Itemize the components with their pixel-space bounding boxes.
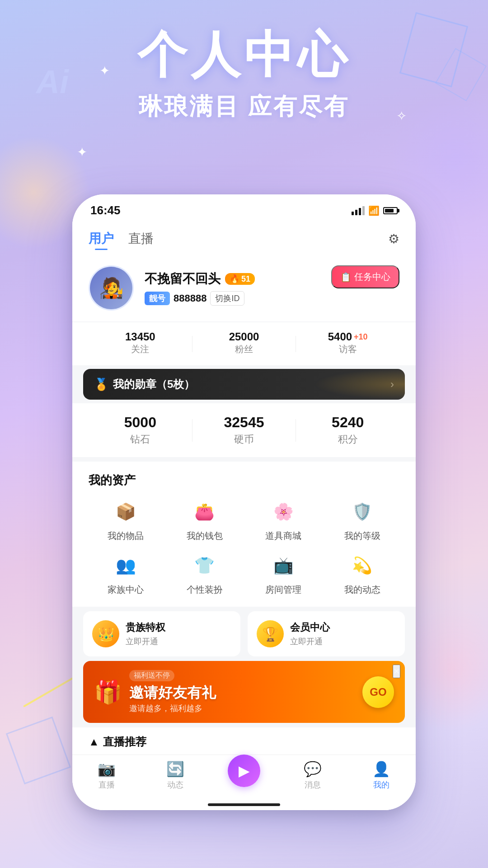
goods-label: 我的物品 — [108, 530, 144, 542]
currency-coin[interactable]: 32545 硬币 — [192, 414, 296, 446]
sparkle-icon-3: ✦ — [77, 145, 87, 160]
follow-value: 13450 — [125, 330, 155, 343]
assets-grid: 📦 我的物品 👛 我的钱包 🌸 道具商城 🛡️ 我的等级 — [89, 497, 399, 596]
header-section: ✦ ✧ ✦ 个人中心 琳琅满目 应有尽有 — [0, 27, 488, 123]
nav-item-message[interactable]: 💬 消息 — [278, 760, 347, 790]
point-value: 5240 — [296, 414, 399, 431]
vip-card[interactable]: 🏆 会员中心 立即开通 — [248, 611, 405, 656]
top-nav: 用户 直播 ⚙ — [72, 221, 416, 255]
asset-item-dress[interactable]: 👕 个性装扮 — [168, 551, 242, 596]
vip-icon: 🏆 — [257, 620, 284, 647]
status-time: 16:45 — [90, 203, 121, 217]
noble-name: 贵族特权 — [126, 621, 165, 634]
invite-main-text: 邀请好友有礼 — [129, 683, 355, 703]
play-button[interactable]: ▶ — [228, 755, 260, 787]
fans-value: 25000 — [229, 330, 259, 343]
recommend-title: ▲ 直播推荐 — [89, 735, 146, 749]
stats-row: 13450 关注 25000 粉丝 5400 +10 — [72, 322, 416, 365]
diamond-label: 钻石 — [89, 433, 192, 446]
medal-icon: 🏅 — [94, 377, 108, 392]
nav-center[interactable]: ▶ — [210, 764, 278, 787]
tab-user[interactable]: 用户 — [89, 230, 114, 247]
profile-left: 🧑‍🎤 不挽留不回头 🔥 51 靓号 888888 — [89, 265, 255, 311]
dress-label: 个性装扮 — [187, 584, 223, 596]
nav-item-mine[interactable]: 👤 我的 — [347, 760, 416, 790]
coin-label: 硬币 — [192, 433, 296, 446]
asset-item-family[interactable]: 👥 家族中心 — [89, 551, 163, 596]
asset-item-goods[interactable]: 📦 我的物品 — [89, 497, 163, 542]
live-nav-icon: 📷 — [98, 760, 116, 778]
privilege-section: 👑 贵族特权 立即开通 🏆 会员中心 立即开通 — [72, 611, 416, 656]
currency-diamond[interactable]: 5000 钻石 — [89, 414, 192, 446]
task-icon: 📋 — [340, 272, 352, 283]
invite-banner[interactable]: × 🎁 福利送不停 邀请好友有礼 邀请越多，福利越多 GO — [83, 661, 405, 723]
room-label: 房间管理 — [265, 584, 301, 596]
vip-action: 立即开通 — [290, 636, 330, 647]
app-content: 用户 直播 ⚙ 🧑‍🎤 不挽留不回头 🔥 — [72, 221, 416, 810]
stat-follow[interactable]: 13450 关注 — [89, 330, 192, 357]
recommend-peek[interactable]: ▲ 直播推荐 — [72, 727, 416, 755]
medal-text: 🏅 我的勋章（5枚） — [94, 377, 195, 392]
medal-label: 我的勋章（5枚） — [113, 377, 195, 392]
message-nav-label: 消息 — [305, 779, 321, 790]
stat-visitor[interactable]: 5400 +10 访客 — [296, 330, 399, 357]
dynamic-label: 我的动态 — [344, 584, 380, 596]
currency-row: 5000 钻石 32545 硬币 5240 积分 — [72, 403, 416, 457]
wallet-label: 我的钱包 — [187, 530, 223, 542]
nav-item-live[interactable]: 📷 直播 — [72, 760, 141, 790]
nav-tabs: 用户 直播 — [89, 230, 154, 247]
room-icon: 📺 — [269, 551, 298, 580]
diamond-value: 5000 — [89, 414, 192, 431]
visitor-value: 5400 — [328, 330, 352, 343]
fire-icon: 🔥 — [230, 274, 239, 284]
status-icons: 📶 — [352, 205, 398, 216]
fans-label: 粉丝 — [192, 343, 296, 355]
invite-top-text: 福利送不停 — [129, 670, 174, 681]
dress-icon: 👕 — [190, 551, 219, 580]
page-subtitle: 琳琅满目 应有尽有 — [0, 91, 488, 123]
stat-fans[interactable]: 25000 粉丝 — [192, 330, 296, 357]
family-icon: 👥 — [111, 551, 140, 580]
username: 不挽留不回头 — [145, 270, 221, 288]
vip-name: 会员中心 — [290, 621, 330, 634]
asset-item-wallet[interactable]: 👛 我的钱包 — [168, 497, 242, 542]
invite-go-button[interactable]: GO — [362, 676, 394, 708]
avatar[interactable]: 🧑‍🎤 — [89, 265, 134, 311]
mine-nav-icon: 👤 — [372, 760, 390, 778]
asset-item-room[interactable]: 📺 房间管理 — [246, 551, 321, 596]
family-label: 家族中心 — [108, 584, 144, 596]
medal-arrow-icon: › — [390, 378, 394, 391]
switch-id-button[interactable]: 切换ID — [210, 291, 244, 306]
assets-title: 我的资产 — [89, 472, 399, 488]
ai-text: Ai — [36, 64, 69, 100]
home-bar — [208, 803, 280, 806]
vip-info: 会员中心 立即开通 — [290, 621, 330, 647]
level-icon: 🛡️ — [348, 497, 377, 526]
medal-banner[interactable]: 🏅 我的勋章（5枚） › — [83, 369, 405, 400]
task-center-button[interactable]: 📋 任务中心 — [331, 265, 399, 288]
visitor-label: 访客 — [296, 343, 399, 355]
noble-info: 贵族特权 立即开通 — [126, 621, 165, 647]
props-label: 道具商城 — [265, 530, 301, 542]
nav-item-activity[interactable]: 🔄 动态 — [141, 760, 210, 790]
asset-item-dynamic[interactable]: 💫 我的动态 — [325, 551, 400, 596]
dynamic-icon: 💫 — [348, 551, 377, 580]
noble-card[interactable]: 👑 贵族特权 立即开通 — [83, 611, 240, 656]
gift-icon: 🎁 — [94, 679, 122, 705]
asset-item-level[interactable]: 🛡️ 我的等级 — [325, 497, 400, 542]
page-title: 个人中心 — [0, 27, 488, 82]
tab-live[interactable]: 直播 — [128, 230, 154, 247]
filter-icon[interactable]: ⚙ — [388, 231, 399, 246]
sparkle-icon-2: ✧ — [396, 108, 407, 123]
invite-close-button[interactable]: × — [393, 665, 400, 678]
noble-icon: 👑 — [92, 620, 119, 647]
phone-frame: 16:45 📶 用户 直播 — [72, 194, 416, 810]
noble-action: 立即开通 — [126, 636, 165, 647]
asset-item-props[interactable]: 🌸 道具商城 — [246, 497, 321, 542]
invite-text-area: 福利送不停 邀请好友有礼 邀请越多，福利越多 — [129, 670, 355, 714]
currency-point[interactable]: 5240 积分 — [296, 414, 399, 446]
mine-nav-label: 我的 — [373, 779, 389, 790]
props-icon: 🌸 — [269, 497, 298, 526]
signal-icon — [352, 206, 365, 215]
home-indicator — [72, 799, 416, 810]
